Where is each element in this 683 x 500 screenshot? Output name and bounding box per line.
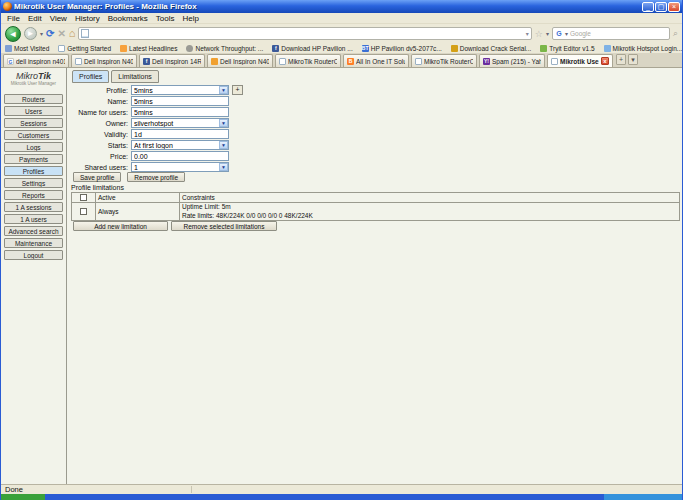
sidebar-item-settings[interactable]: Settings bbox=[4, 178, 63, 188]
sidebar-item-reports[interactable]: Reports bbox=[4, 190, 63, 200]
owner-select[interactable]: silverhotspot▼ bbox=[131, 118, 229, 128]
starts-select-value: At first logon bbox=[134, 142, 219, 149]
sidebar-item-profiles[interactable]: Profiles bbox=[4, 166, 63, 176]
home-button[interactable]: ⌂ bbox=[69, 27, 76, 40]
tab-mikrotik-user-manager-active[interactable]: Mikrotik Use...x bbox=[547, 54, 613, 67]
windows-taskbar bbox=[1, 494, 682, 500]
search-input[interactable]: Google bbox=[570, 30, 667, 37]
sidebar-item-logout[interactable]: Logout bbox=[4, 250, 63, 260]
form-row-owner: Owner: silverhotspot▼ bbox=[68, 118, 243, 128]
sidebar-item-1a-users[interactable]: 1 A users bbox=[4, 214, 63, 224]
menu-bar: File Edit View History Bookmarks Tools H… bbox=[1, 13, 682, 24]
close-button[interactable]: × bbox=[668, 2, 680, 12]
limitation-checkbox[interactable] bbox=[80, 208, 87, 215]
constraints-column-header: Constraints bbox=[180, 193, 680, 203]
google-icon: G bbox=[7, 58, 14, 65]
tab-label: Mikrotik Use... bbox=[560, 58, 599, 65]
menu-file[interactable]: File bbox=[3, 14, 24, 23]
bookmark-tryit-editor[interactable]: Tryit Editor v1.5 bbox=[540, 45, 594, 52]
sidebar-item-sessions[interactable]: Sessions bbox=[4, 118, 63, 128]
chevron-down-icon[interactable]: ▼ bbox=[219, 163, 228, 171]
save-profile-button[interactable]: Save profile bbox=[73, 172, 121, 182]
tab-dell-inspiron-4[interactable]: Dell Inspiron N4010... bbox=[207, 54, 273, 67]
tab-yahoo-spam[interactable]: Y!Spam (215) - Yaho... bbox=[479, 54, 545, 67]
tab-profiles[interactable]: Profiles bbox=[72, 70, 109, 83]
history-dropdown-icon[interactable]: ▾ bbox=[40, 30, 43, 37]
tab-dell-inspiron-1[interactable]: Gdell inspiron n4010 ... bbox=[3, 54, 69, 67]
tab-all-in-one-it[interactable]: BAll In One IT Soluti... bbox=[343, 54, 409, 67]
menu-tools[interactable]: Tools bbox=[152, 14, 179, 23]
chevron-down-icon[interactable]: ▼ bbox=[219, 119, 228, 127]
rate-limits-text: Rate limits: 48K/224K 0/0 0/0 0/0 0 48K/… bbox=[182, 212, 677, 221]
remove-profile-button[interactable]: Remove profile bbox=[127, 172, 185, 182]
validity-field[interactable] bbox=[131, 129, 229, 139]
menu-bookmarks[interactable]: Bookmarks bbox=[104, 14, 152, 23]
tab-label: Spam (215) - Yaho... bbox=[492, 58, 541, 65]
sidebar-item-maintenance[interactable]: Maintenance bbox=[4, 238, 63, 248]
starts-select[interactable]: At first logon▼ bbox=[131, 140, 229, 150]
remove-selected-limitations-button[interactable]: Remove selected limitations bbox=[171, 221, 277, 231]
profile-tabs: Profiles Limitations bbox=[72, 70, 161, 83]
sidebar-item-users[interactable]: Users bbox=[4, 106, 63, 116]
header-checkbox-cell bbox=[72, 193, 96, 203]
chevron-down-icon[interactable]: ▼ bbox=[219, 141, 228, 149]
active-column-header: Active bbox=[96, 193, 180, 203]
tab-mikrotik-routeros-1[interactable]: MikroTik RouterOS ... bbox=[275, 54, 341, 67]
sidebar-item-advanced-search[interactable]: Advanced search bbox=[4, 226, 63, 236]
bookmark-download-hp-pavilion[interactable]: fDownload HP Pavilion ... bbox=[272, 45, 352, 52]
limitation-constraints-cell: Uptime Limit: 5m Rate limits: 48K/224K 0… bbox=[180, 203, 680, 221]
tab-limitations[interactable]: Limitations bbox=[111, 70, 158, 83]
taskbar-item[interactable] bbox=[604, 494, 682, 500]
profile-select[interactable]: 5mins▼ bbox=[131, 85, 229, 95]
search-box[interactable]: G ▾ Google bbox=[552, 27, 670, 40]
bookmark-label: Download HP Pavilion ... bbox=[281, 45, 352, 52]
select-all-checkbox[interactable] bbox=[80, 194, 87, 201]
restore-button[interactable]: ▢ bbox=[655, 2, 667, 12]
tab-dell-inspiron-3[interactable]: fDell Inspiron 14R N... bbox=[139, 54, 205, 67]
sidebar-item-payments[interactable]: Payments bbox=[4, 154, 63, 164]
search-engine-dropdown-icon[interactable]: ▾ bbox=[565, 30, 568, 37]
menu-help[interactable]: Help bbox=[178, 14, 202, 23]
sidebar-item-routers[interactable]: Routers bbox=[4, 94, 63, 104]
minimize-button[interactable]: _ bbox=[642, 2, 654, 12]
new-tab-button[interactable]: + bbox=[616, 54, 626, 65]
menu-view[interactable]: View bbox=[46, 14, 71, 23]
price-field[interactable] bbox=[131, 151, 229, 161]
bookmark-dropdown-icon[interactable]: ▾ bbox=[546, 30, 549, 37]
menu-history[interactable]: History bbox=[71, 14, 104, 23]
bookmark-label: Tryit Editor v1.5 bbox=[549, 45, 594, 52]
search-icon[interactable]: ⌕ bbox=[673, 28, 678, 39]
bookmark-mikrotik-hotspot-login[interactable]: Mikrotik Hotspot Login... bbox=[604, 45, 682, 52]
form-row-profile: Profile: 5mins▼ + bbox=[68, 85, 243, 95]
start-button[interactable] bbox=[1, 494, 45, 500]
tab-label: All In One IT Soluti... bbox=[356, 58, 405, 65]
chevron-down-icon[interactable]: ▼ bbox=[219, 86, 228, 94]
shared-users-select[interactable]: 1▼ bbox=[131, 162, 229, 172]
url-dropdown-icon[interactable]: ▾ bbox=[526, 30, 529, 37]
name-field[interactable] bbox=[131, 96, 229, 106]
bookmark-latest-headlines[interactable]: Latest Headlines bbox=[120, 45, 177, 52]
add-new-limitation-button[interactable]: Add new limitation bbox=[73, 221, 168, 231]
add-profile-button[interactable]: + bbox=[232, 85, 243, 95]
menu-edit[interactable]: Edit bbox=[24, 14, 46, 23]
tab-dell-inspiron-2[interactable]: Dell Inspiron N4010... bbox=[71, 54, 137, 67]
bookmark-star-icon[interactable]: ☆ bbox=[535, 28, 543, 40]
list-all-tabs-button[interactable]: ▾ bbox=[628, 54, 638, 65]
limitation-actions: Add new limitation Remove selected limit… bbox=[73, 221, 277, 231]
bookmark-download-crack-serial[interactable]: Download Crack Serial... bbox=[451, 45, 532, 52]
sidebar-item-customers[interactable]: Customers bbox=[4, 130, 63, 140]
sidebar-item-1a-sessions[interactable]: 1 A sessions bbox=[4, 202, 63, 212]
url-bar[interactable]: ▾ bbox=[78, 27, 531, 40]
sidebar-item-logs[interactable]: Logs bbox=[4, 142, 63, 152]
bookmark-network-throughput[interactable]: Network Throughput: ... bbox=[186, 45, 263, 52]
bookmark-hp-pavilion-forum[interactable]: BTHP Pavilion dv5-2077c... bbox=[362, 45, 442, 52]
stop-button[interactable]: ✕ bbox=[57, 27, 65, 40]
reload-button[interactable]: ⟳ bbox=[46, 27, 54, 40]
tab-close-icon[interactable]: x bbox=[601, 57, 609, 65]
name-for-users-field[interactable] bbox=[131, 107, 229, 117]
back-button[interactable]: ◄ bbox=[5, 26, 21, 42]
forward-button[interactable]: ► bbox=[24, 27, 37, 40]
tab-mikrotik-routeros-2[interactable]: MikroTik RouterOS ... bbox=[411, 54, 477, 67]
bookmark-most-visited[interactable]: Most Visited bbox=[5, 45, 49, 52]
bookmark-getting-started[interactable]: Getting Started bbox=[58, 45, 111, 52]
